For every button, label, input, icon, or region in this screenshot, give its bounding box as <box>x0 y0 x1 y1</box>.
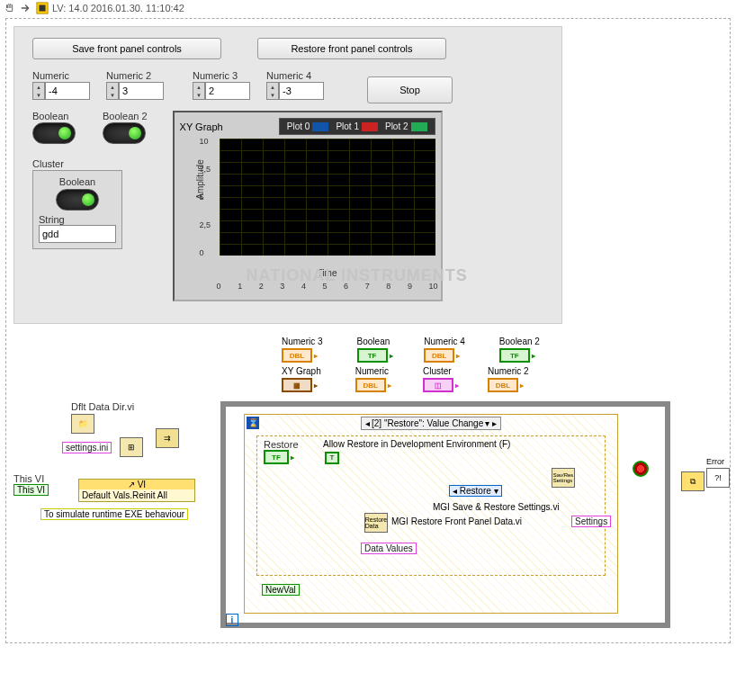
restore-dropdown[interactable]: ◂ Restore ▾ <box>449 486 502 496</box>
numeric3-input[interactable] <box>205 82 250 100</box>
legend-plot0: Plot 0 <box>287 121 310 131</box>
numeric4-spinner[interactable]: ▲▼ <box>266 82 279 100</box>
allow-restore-label: Allow Restore in Development Environment… <box>323 439 510 449</box>
plot-legend[interactable]: Plot 0 Plot 1 Plot 2 <box>279 118 435 135</box>
error-label: Error <box>706 457 724 466</box>
allow-restore-const[interactable]: T <box>325 452 339 464</box>
term-cluster: Cluster◫ <box>423 366 453 392</box>
mgi-restore-node[interactable]: RestoreData <box>364 513 388 533</box>
this-vi-label: This VI <box>13 473 44 484</box>
cluster-string-input[interactable] <box>39 225 116 243</box>
boolean2-control: Boolean 2 <box>103 111 148 144</box>
boolean2-label: Boolean 2 <box>103 111 148 121</box>
main-dashed-frame: Save front panel controls Restore front … <box>5 18 731 643</box>
vi-icon <box>36 2 49 14</box>
block-diagram: Dflt Data Dir.vi 📁 settings.ini ⊞ ⇉ This… <box>13 401 723 635</box>
restore-button[interactable]: Restore front panel controls <box>257 38 446 59</box>
numeric2-input[interactable] <box>119 82 164 100</box>
numeric3-label: Numeric 3 <box>193 70 250 81</box>
term-boolean: BooleanTF <box>357 337 390 363</box>
front-panel: Save front panel controls Restore front … <box>13 26 562 324</box>
numeric-control: Numeric ▲▼ <box>32 70 90 100</box>
save-button[interactable]: Save front panel controls <box>32 38 221 59</box>
xy-graph: XY Graph Plot 0 Plot 1 Plot 2 Amplitude … <box>173 111 443 301</box>
mgi-restore-label: MGI Restore Front Panel Data.vi <box>391 516 522 526</box>
term-numeric4: Numeric 4DBL <box>424 337 465 363</box>
boolean-toggle[interactable] <box>32 122 76 144</box>
numeric-label: Numeric <box>32 70 90 81</box>
build-path-node[interactable]: ⊞ <box>120 437 143 457</box>
numeric-input[interactable] <box>45 82 90 100</box>
merge-errors-node[interactable]: ⧉ <box>681 471 705 491</box>
hand-icon <box>4 2 16 14</box>
boolean2-toggle[interactable] <box>103 122 146 144</box>
this-vi-ref[interactable]: This VI <box>13 485 49 495</box>
info-icon: i <box>226 614 238 626</box>
numeric2-control: Numeric 2 ▲▼ <box>106 70 164 100</box>
cluster-bool-toggle[interactable] <box>56 189 99 211</box>
terminals-row2: XY Graph▦ NumericDBL Cluster◫ Numeric 2D… <box>282 366 642 392</box>
merge-node[interactable]: ⇉ <box>156 428 179 448</box>
numeric3-spinner[interactable]: ▲▼ <box>193 82 205 100</box>
numeric3-control: Numeric 3 ▲▼ <box>193 70 250 100</box>
cluster-string-label: String <box>39 214 116 225</box>
numeric-spinner[interactable]: ▲▼ <box>32 82 45 100</box>
numeric2-spinner[interactable]: ▲▼ <box>106 82 119 100</box>
legend-plot2: Plot 2 <box>385 121 408 131</box>
restore-term[interactable]: RestoreTF <box>264 439 299 464</box>
term-boolean2: Boolean 2TF <box>499 337 540 363</box>
stop-terminal[interactable] <box>633 461 649 477</box>
term-numeric2: Numeric 2DBL <box>488 366 529 392</box>
invoke-node[interactable]: ↗ VI Default Vals.Reinit All <box>78 479 195 502</box>
newval-label: NewVal <box>262 585 300 595</box>
boolean-control: Boolean <box>32 111 76 144</box>
boolean-label: Boolean <box>32 111 76 121</box>
svg-rect-1 <box>40 5 46 12</box>
arrow-icon <box>20 2 32 14</box>
chart-plot-area[interactable] <box>220 139 435 256</box>
term-xygraph: XY Graph▦ <box>282 366 321 392</box>
numeric4-label: Numeric 4 <box>266 70 324 81</box>
settings-ini-constant[interactable]: settings.ini <box>62 443 112 453</box>
legend-plot1: Plot 1 <box>336 121 359 131</box>
graph-label: XY Graph <box>180 121 223 132</box>
error-dialog-node[interactable]: ?! <box>706 468 730 488</box>
watermark: NATIONAL INSTRUMENTS <box>247 266 468 285</box>
mgi-saverestore-node[interactable]: Sav/ResSettings <box>552 468 575 488</box>
simulate-comment: To simulate runtime EXE behaviour <box>40 509 188 519</box>
cluster-label: Cluster <box>32 158 148 169</box>
stop-button[interactable]: Stop <box>367 76 453 103</box>
numeric4-input[interactable] <box>279 82 324 100</box>
dflt-data-dir-label: Dflt Data Dir.vi <box>71 401 134 412</box>
term-numeric: NumericDBL <box>355 366 389 392</box>
numeric2-label: Numeric 2 <box>106 70 164 81</box>
terminals-row1: Numeric 3DBL BooleanTF Numeric 4DBL Bool… <box>282 337 642 363</box>
mgi-saverestore-label: MGI Save & Restore Settings.vi <box>433 502 560 512</box>
y-axis: 10 7,5 5 2,5 0 <box>200 137 211 257</box>
titlebar: LV: 14.0 2016.01.30. 11:10:42 <box>0 0 736 16</box>
dflt-data-dir-node[interactable]: 📁 <box>71 414 94 434</box>
settings-label: Settings <box>571 516 611 526</box>
cluster-control: Cluster Boolean String <box>32 158 148 249</box>
cluster-bool-label: Boolean <box>39 176 116 187</box>
title-text: LV: 14.0 2016.01.30. 11:10:42 <box>52 3 184 13</box>
numeric4-control: Numeric 4 ▲▼ <box>266 70 324 100</box>
case-selector[interactable]: ◂ [2] "Restore": Value Change ▾ ▸ <box>361 417 501 430</box>
term-numeric3: Numeric 3DBL <box>282 337 323 363</box>
data-values-label: Data Values <box>361 543 417 553</box>
